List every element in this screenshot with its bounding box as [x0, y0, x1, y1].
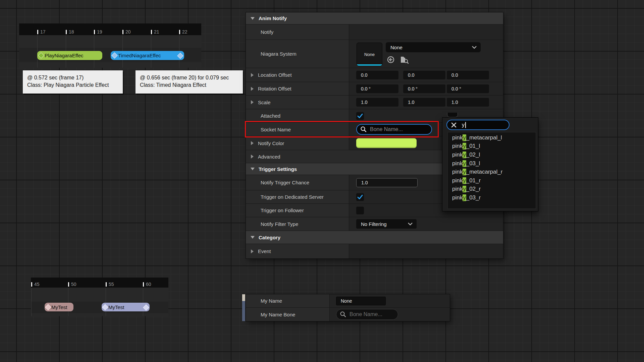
row-niagara-system: Niagara System None None [246, 40, 503, 68]
bone-placeholder: Bone Name... [350, 311, 382, 317]
search-icon [340, 311, 346, 318]
triangle-down-icon[interactable] [251, 17, 255, 20]
row-scale: Scale 1.0 1.0 1.0 [246, 96, 503, 109]
notify-diamond-icon[interactable] [38, 52, 44, 58]
triangle-down-icon[interactable] [251, 168, 255, 170]
my-name-panel: My Name None My Name Bone Bone Name... [246, 294, 450, 321]
triangle-right-icon[interactable] [251, 87, 254, 91]
frame-label: 22 [182, 29, 187, 34]
text-caret [465, 122, 466, 128]
section-title: Category [259, 235, 280, 240]
triangle-down-icon[interactable] [251, 236, 255, 239]
socket-name-search-field[interactable]: Bone Name... [356, 124, 432, 135]
notify-timeline-bottom: 45 50 55 60 MyTest MyTest [31, 278, 168, 316]
rotation-y-field[interactable]: 0.0 ° [403, 84, 445, 93]
frame-label: 45 [34, 282, 40, 287]
location-z-field[interactable]: 0.0 [447, 71, 489, 79]
frame-label: 19 [97, 29, 102, 34]
notify-filter-dropdown[interactable]: No Filtering [356, 219, 417, 229]
tooltip-time: @ 0.572 sec (frame 17) [27, 74, 118, 81]
bone-list-item[interactable]: pinky_03_l [448, 159, 536, 168]
dedicated-server-checkbox[interactable] [356, 193, 364, 201]
notify-timed-niagara[interactable]: TimedNiagaraEffec [111, 51, 184, 60]
notify-diamond-icon[interactable] [111, 52, 117, 58]
tick-mark [179, 30, 180, 34]
my-name-bone-search-field[interactable]: Bone Name... [336, 309, 398, 320]
row-label: Advanced [258, 154, 280, 160]
tick-mark [122, 30, 123, 34]
row-label: Rotation Offset [258, 86, 291, 92]
section-category[interactable]: Category [246, 231, 503, 244]
location-x-field[interactable]: 0.0 [356, 71, 398, 79]
search-icon [360, 126, 367, 133]
checkmark-icon [357, 194, 363, 199]
tick-mark [143, 282, 144, 287]
clear-x-icon[interactable] [451, 122, 457, 128]
bone-picker-popup: y pinky_metacarpal_l pinky_01_l pinky_02… [442, 117, 538, 212]
attached-checkbox[interactable] [356, 112, 364, 120]
bone-list-item[interactable]: pinky_01_r [448, 176, 536, 185]
triangle-right-icon[interactable] [251, 155, 254, 159]
row-my-name: My Name None [246, 294, 450, 308]
notify-label: MyTest [108, 304, 124, 310]
tick-mark [31, 282, 32, 287]
triangle-right-icon[interactable] [251, 141, 254, 145]
follower-checkbox[interactable] [356, 206, 364, 214]
notify-play-niagara[interactable]: PlayNiagaraEffec [37, 51, 102, 60]
section-title: Anim Notify [259, 15, 287, 21]
bone-list-item[interactable]: pinky_03_r [448, 193, 536, 202]
trigger-chance-field[interactable]: 1.0 [356, 178, 418, 187]
notify-color-swatch[interactable] [356, 138, 417, 148]
row-label: Attached [261, 113, 280, 119]
checkmark-icon [357, 113, 363, 118]
bone-list: pinky_metacarpal_l pinky_01_l pinky_02_l… [447, 132, 536, 209]
rotation-x-field[interactable]: 0.0 ° [356, 84, 398, 93]
scale-z-field[interactable]: 1.0 [447, 98, 489, 107]
search-text: y [462, 122, 465, 128]
triangle-right-icon[interactable] [251, 73, 254, 77]
niagara-asset-dropdown[interactable]: None [386, 42, 481, 52]
scale-y-field[interactable]: 1.0 [403, 98, 445, 107]
match-highlight: y [463, 143, 466, 149]
anim-notify-editor-screen: 17 18 19 20 21 22 PlayNiagaraEffec Timed… [0, 0, 644, 362]
frame-label: 60 [146, 282, 151, 287]
notify-diamond-icon[interactable] [45, 304, 51, 310]
arrow-circle-left-icon [387, 56, 395, 64]
notify-mytest-b[interactable]: MyTest [102, 303, 150, 311]
match-highlight: y [463, 152, 466, 158]
row-label: Notify Filter Type [261, 221, 298, 227]
tooltip-class: Class: Play Niagara Particle Effect [27, 81, 118, 89]
my-name-field[interactable]: None [336, 297, 386, 305]
scale-x-field[interactable]: 1.0 [356, 98, 398, 107]
bone-list-item[interactable]: pinky_metacarpal_l [448, 133, 536, 142]
bone-list-item[interactable]: pinky_02_r [448, 185, 536, 194]
frame-label: 21 [154, 29, 159, 34]
notify-label: PlayNiagaraEffec [45, 53, 84, 58]
notify-diamond-icon[interactable] [102, 304, 108, 310]
timeline-ruler[interactable]: 17 18 19 20 21 22 [19, 23, 201, 35]
chevron-down-icon [472, 46, 477, 49]
bone-list-item[interactable]: pinky_01_l [448, 142, 536, 151]
asset-thumbnail[interactable]: None [357, 43, 382, 66]
panel-accent-bar[interactable] [242, 301, 245, 321]
use-selected-asset-button[interactable] [386, 55, 396, 65]
frame-label: 55 [109, 282, 114, 287]
notify-mytest-a[interactable]: MyTest [45, 303, 73, 311]
bone-list-item[interactable]: pinky_metacarpal_r [448, 168, 536, 176]
row-label: Niagara System [261, 51, 297, 57]
notify-end-diamond-icon[interactable] [143, 304, 149, 310]
section-anim-notify[interactable]: Anim Notify [246, 12, 503, 24]
triangle-right-icon[interactable] [251, 100, 254, 104]
rotation-z-field[interactable]: 0.0 ° [447, 84, 489, 93]
bone-list-item[interactable]: pinky_02_l [448, 150, 536, 159]
tooltip-time: @ 0.656 sec (frame 20) for 0.079 sec [140, 74, 238, 81]
tick-mark [66, 30, 67, 34]
location-y-field[interactable]: 0.0 [403, 71, 445, 79]
timeline-ruler[interactable]: 45 50 55 60 [31, 278, 168, 288]
triangle-right-icon[interactable] [251, 249, 254, 253]
notify-end-diamond-icon[interactable] [177, 53, 183, 59]
browse-to-asset-button[interactable] [399, 55, 410, 65]
row-event: Event [246, 244, 503, 258]
match-highlight: y [463, 169, 466, 175]
bone-search-field[interactable]: y [446, 120, 509, 130]
